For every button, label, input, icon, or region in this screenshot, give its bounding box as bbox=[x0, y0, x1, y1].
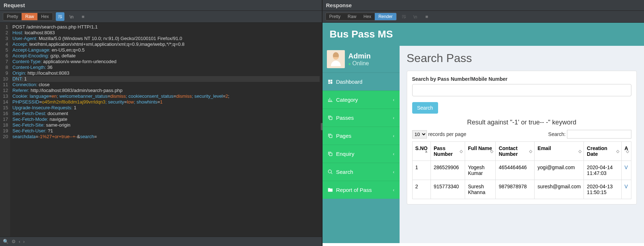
avatar bbox=[327, 50, 345, 68]
table-cell: suresh@gmail.com bbox=[535, 180, 584, 199]
code-line[interactable]: Sec-Fetch-Dest: document bbox=[12, 111, 319, 117]
request-title: Request bbox=[0, 0, 322, 11]
sidebar-item-category[interactable]: Category‹ bbox=[323, 91, 400, 109]
sort-icon: ◇ bbox=[529, 149, 532, 154]
response-tab-raw[interactable]: Raw bbox=[344, 13, 360, 20]
code-line[interactable]: User-Agent: Mozilla/5.0 (Windows NT 10.0… bbox=[12, 36, 319, 41]
response-toolbar: PrettyRawHexRender \n ≡ bbox=[323, 11, 644, 23]
filter-input[interactable] bbox=[567, 130, 631, 139]
column-header[interactable]: Pass Number◇ bbox=[431, 142, 465, 161]
sidebar-item-passes[interactable]: Passes‹ bbox=[323, 109, 400, 127]
response-tab-hex[interactable]: Hex bbox=[360, 13, 375, 20]
code-line[interactable]: Origin: http://localhost:8083 bbox=[12, 70, 319, 76]
code-line[interactable]: Content-Type: application/x-www-form-url… bbox=[12, 59, 319, 65]
table-cell: V bbox=[621, 161, 631, 180]
code-line[interactable]: Accept: text/html,application/xhtml+xml,… bbox=[12, 41, 319, 47]
main-content: Search Pass Search by Pass Number/Mobile… bbox=[400, 46, 644, 243]
copy-icon bbox=[328, 151, 333, 157]
code-line[interactable]: Referer: http://localhost:8083/admin/sea… bbox=[12, 88, 319, 93]
dashboard-icon bbox=[328, 79, 333, 85]
code-line[interactable]: Accept-Encoding: gzip, deflate bbox=[12, 53, 319, 59]
sidebar-item-label: Dashboard bbox=[336, 79, 362, 85]
column-header[interactable]: Email◇ bbox=[535, 142, 584, 161]
sidebar-item-label: Pages bbox=[336, 133, 352, 139]
column-header[interactable]: A◇ bbox=[621, 142, 631, 161]
code-line[interactable]: Sec-Fetch-User: ?1 bbox=[12, 128, 319, 134]
response-tab-render[interactable]: Render bbox=[375, 13, 396, 20]
code-line[interactable]: Sec-Fetch-Mode: navigate bbox=[12, 117, 319, 122]
search-icon[interactable]: 🔍 bbox=[3, 239, 9, 244]
app-brand: Bus Pass MS bbox=[323, 23, 644, 46]
code-line[interactable]: Accept-Language: en-US,en;q=0.5 bbox=[12, 47, 319, 53]
filter-label: Search: bbox=[548, 131, 566, 137]
request-code-lines[interactable]: POST /admin/search-pass.php HTTP/1.1Host… bbox=[10, 23, 321, 246]
search-panel: Search by Pass Number/Mobile Number Sear… bbox=[407, 71, 637, 205]
table-cell: 2020-04-14 11:47:03 bbox=[584, 161, 621, 180]
response-view-tabs: PrettyRawHexRender bbox=[325, 13, 397, 21]
arrow-left-icon[interactable]: ‹ bbox=[19, 239, 20, 244]
arrow-right-icon[interactable]: › bbox=[23, 239, 24, 244]
request-code-area[interactable]: 1234567891011121314151617181920 POST /ad… bbox=[0, 23, 322, 246]
code-line[interactable]: searchdata=-1%27+or+true--+-&search= bbox=[12, 134, 319, 140]
user-status: Online bbox=[348, 60, 371, 67]
search-input[interactable] bbox=[412, 84, 632, 96]
column-header[interactable]: Full Name◇ bbox=[465, 142, 496, 161]
sidebar-item-label: Category bbox=[336, 97, 358, 103]
code-line[interactable]: Host: localhost:8083 bbox=[12, 30, 319, 36]
svg-point-4 bbox=[328, 170, 332, 173]
table-row: 1286529906Yogesh Kumar4654464646yogi@gma… bbox=[412, 161, 631, 180]
table-cell: V bbox=[621, 180, 631, 199]
sidebar-item-dashboard[interactable]: Dashboard bbox=[323, 73, 400, 91]
chevron-left-icon: ‹ bbox=[393, 170, 395, 175]
search-button[interactable]: Search bbox=[412, 102, 438, 114]
chevron-left-icon: ‹ bbox=[393, 133, 395, 139]
table-cell: yogi@gmail.com bbox=[535, 161, 584, 180]
code-line[interactable]: Cookie: language=en; welcomebanner_statu… bbox=[12, 93, 319, 99]
chevron-left-icon: ‹ bbox=[393, 97, 395, 102]
copy-icon bbox=[328, 115, 333, 121]
records-select[interactable]: 10 bbox=[412, 130, 427, 139]
request-tab-pretty[interactable]: Pretty bbox=[3, 13, 22, 20]
sidebar-item-search[interactable]: Search‹ bbox=[323, 163, 400, 181]
code-line[interactable]: Connection: close bbox=[12, 82, 319, 88]
column-header[interactable]: Creation Date◇ bbox=[584, 142, 621, 161]
chart-icon bbox=[328, 97, 333, 103]
settings-icon[interactable]: ⚙ bbox=[12, 239, 16, 244]
request-tab-hex[interactable]: Hex bbox=[37, 13, 52, 20]
wrap-toggle-button[interactable] bbox=[400, 12, 408, 21]
request-tab-raw[interactable]: Raw bbox=[22, 13, 37, 20]
code-line[interactable]: PHPSESSID=o45mh2nf8o8dm1aj99vrrldqn3; se… bbox=[12, 99, 319, 105]
table-cell: 1 bbox=[412, 161, 431, 180]
view-link[interactable]: V bbox=[625, 184, 628, 189]
response-render-area[interactable]: Bus Pass MS Admin Online DashboardCatego… bbox=[323, 23, 644, 246]
newline-toggle-button[interactable]: \n bbox=[67, 12, 76, 21]
code-line[interactable]: DNT: 1 bbox=[12, 76, 319, 82]
sidebar-item-enquiry[interactable]: Enquiry‹ bbox=[323, 145, 400, 163]
sidebar-nav: DashboardCategory‹Passes‹Pages‹Enquiry‹S… bbox=[323, 73, 400, 199]
sidebar-item-label: Report of Pass bbox=[336, 187, 372, 193]
code-line[interactable]: POST /admin/search-pass.php HTTP/1.1 bbox=[12, 24, 319, 30]
response-menu-button[interactable]: ≡ bbox=[423, 12, 431, 21]
sort-icon: ▲ bbox=[424, 149, 428, 153]
sidebar-item-label: Passes bbox=[336, 115, 354, 121]
code-line[interactable]: Content-Length: 36 bbox=[12, 65, 319, 70]
view-link[interactable]: V bbox=[625, 164, 628, 170]
table-cell: 4654464646 bbox=[496, 161, 535, 180]
code-line[interactable]: Sec-Fetch-Site: same-origin bbox=[12, 122, 319, 128]
result-heading: Result against "-1' or true-- -" keyword bbox=[412, 119, 632, 126]
request-pane: Request PrettyRawHex \n ≡ 12345678910111… bbox=[0, 0, 322, 246]
column-header[interactable]: Contact Number◇ bbox=[496, 142, 535, 161]
code-line[interactable]: Upgrade-Insecure-Requests: 1 bbox=[12, 105, 319, 111]
request-menu-button[interactable]: ≡ bbox=[79, 12, 87, 21]
column-header[interactable]: S.NO▲ bbox=[412, 142, 431, 161]
sidebar-item-pages[interactable]: Pages‹ bbox=[323, 127, 400, 145]
newline-toggle-button[interactable]: \n bbox=[411, 12, 420, 21]
search-icon bbox=[328, 169, 333, 175]
wrap-toggle-button[interactable] bbox=[56, 12, 64, 21]
user-name: Admin bbox=[348, 52, 371, 60]
response-tab-pretty[interactable]: Pretty bbox=[326, 13, 344, 20]
sidebar-item-report-of-pass[interactable]: Report of Pass‹ bbox=[323, 181, 400, 199]
request-toolbar: PrettyRawHex \n ≡ bbox=[0, 11, 322, 23]
sort-icon: ◇ bbox=[616, 149, 619, 154]
page-title: Search Pass bbox=[407, 52, 637, 65]
